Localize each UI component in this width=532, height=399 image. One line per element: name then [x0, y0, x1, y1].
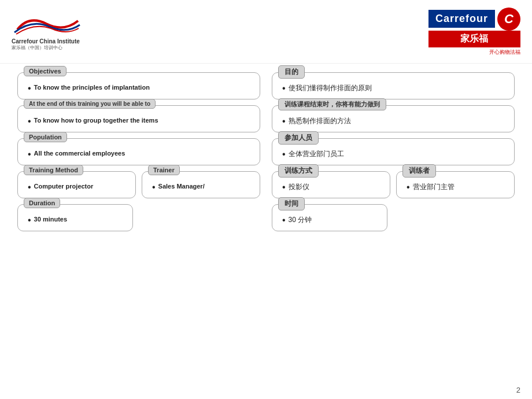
trainer-cn-item-1: 营业部门主管: [413, 182, 455, 192]
training-method-cn-content: • 投影仪: [279, 181, 383, 193]
training-method-label: Training Method: [24, 165, 83, 175]
trainer-content: • Sales Manager/: [149, 181, 253, 193]
list-item: • 使我们懂得制作排面的原则: [282, 82, 507, 94]
training-end-cn-label: 训练课程结束时，你将有能力做到: [278, 98, 386, 110]
duration-cn-item-1: 30 分钟: [289, 215, 312, 225]
logo-right: Carrefour C 家乐福 开心购物法福: [428, 8, 520, 56]
bullet-icon: •: [28, 183, 31, 192]
carrefour-c-icon: C: [497, 8, 520, 31]
bullet-icon: •: [282, 117, 286, 126]
training-end-section: At the end of this training you will be …: [17, 105, 260, 132]
duration-cn-section: 时间 • 30 分钟: [272, 204, 387, 231]
training-end-cn-content: • 熟悉制作排面的方法: [279, 115, 507, 127]
objectives-section: Objectives • To know the principles of i…: [17, 72, 260, 99]
duration-item-1: 30 minutes: [34, 215, 67, 224]
training-end-label: At the end of this training you will be …: [24, 99, 156, 109]
bullet-icon: •: [28, 117, 31, 126]
objectives-cn-content: • 使我们懂得制作排面的原则: [279, 82, 507, 94]
header: Carrefour China Institute 家乐福（中国）培训中心 Ca…: [0, 0, 532, 64]
duration-label: Duration: [24, 198, 60, 208]
objectives-label: Objectives: [24, 66, 66, 76]
training-end-cn-item-1: 熟悉制作排面的方法: [289, 116, 351, 126]
carrefour-top-row: Carrefour C: [428, 8, 520, 31]
bullet-icon: •: [28, 216, 31, 225]
population-cn-label: 参加人员: [278, 131, 319, 145]
list-item: • Computer projector: [28, 181, 128, 193]
method-trainer-row: Training Method • Computer projector Tra…: [17, 171, 260, 198]
bullet-icon: •: [28, 84, 31, 93]
institute-name-cn: 家乐福（中国）培训中心: [12, 45, 62, 51]
population-cn-section: 参加人员 • 全体营业部门员工: [272, 138, 515, 165]
bullet-icon: •: [152, 183, 156, 192]
list-item: • To know how to group together the item…: [28, 115, 253, 127]
bullet-icon: •: [282, 84, 286, 93]
institute-name: Carrefour China Institute: [12, 38, 80, 45]
objectives-content: • To know the principles of implantation: [25, 82, 253, 94]
carrefour-logo-icon: [12, 12, 81, 38]
list-item: • 30 分钟: [282, 214, 380, 226]
list-item: • 全体营业部门员工: [282, 148, 507, 160]
list-item: • 30 minutes: [28, 214, 125, 226]
bullet-icon: •: [28, 150, 31, 159]
objectives-cn-label: 目的: [278, 65, 305, 79]
list-item: • To know the principles of implantation: [28, 82, 253, 94]
training-method-cn-item-1: 投影仪: [289, 182, 309, 192]
page-number: 2: [516, 386, 520, 394]
trainer-item-1: Sales Manager/: [158, 182, 205, 191]
population-cn-content: • 全体营业部门员工: [279, 148, 507, 160]
trainer-section: Trainer • Sales Manager/: [142, 171, 260, 198]
logo-left: Carrefour China Institute 家乐福（中国）培训中心: [12, 12, 81, 51]
bullet-icon: •: [282, 183, 286, 192]
carrefour-brand-name: Carrefour: [428, 10, 495, 28]
bullet-icon: •: [282, 216, 286, 225]
method-trainer-cn-row: 训练方式 • 投影仪 训练者 • 营业部门主管: [272, 171, 515, 198]
duration-content: • 30 minutes: [25, 214, 125, 226]
main-content: Objectives • To know the principles of i…: [0, 64, 532, 385]
population-content: • All the commercial employees: [25, 148, 253, 160]
population-item-1: All the commercial employees: [34, 149, 125, 158]
duration-section: Duration • 30 minutes: [17, 204, 133, 231]
trainer-cn-section: 训练者 • 营业部门主管: [396, 171, 515, 198]
training-method-cn-section: 训练方式 • 投影仪: [272, 171, 390, 198]
carrefour-cn-name: 家乐福: [428, 31, 520, 47]
objectives-item-1: To know the principles of implantation: [34, 83, 150, 92]
objectives-cn-item-1: 使我们懂得制作排面的原则: [289, 83, 372, 93]
training-end-item-1: To know how to group together the items: [34, 116, 158, 125]
list-item: • 营业部门主管: [407, 181, 507, 193]
left-column: Objectives • To know the principles of i…: [17, 72, 260, 376]
trainer-cn-label: 训练者: [402, 164, 436, 178]
trainer-cn-content: • 营业部门主管: [404, 181, 507, 193]
list-item: • 熟悉制作排面的方法: [282, 115, 507, 127]
training-method-item-1: Computer projector: [34, 182, 94, 191]
training-end-content: • To know how to group together the item…: [25, 115, 253, 127]
training-method-cn-label: 训练方式: [278, 164, 319, 178]
list-item: • Sales Manager/: [152, 181, 253, 193]
objectives-cn-section: 目的 • 使我们懂得制作排面的原则: [272, 72, 515, 99]
duration-cn-content: • 30 分钟: [279, 214, 380, 226]
training-method-content: • Computer projector: [25, 181, 128, 193]
bullet-icon: •: [407, 183, 410, 192]
duration-cn-label: 时间: [278, 197, 305, 210]
carrefour-sub-text: 开心购物法福: [428, 49, 520, 56]
population-label: Population: [24, 132, 67, 142]
right-column: 目的 • 使我们懂得制作排面的原则 训练课程结束时，你将有能力做到 • 熟悉制作…: [272, 72, 515, 376]
bullet-icon: •: [282, 150, 286, 159]
training-method-section: Training Method • Computer projector: [17, 171, 136, 198]
trainer-label: Trainer: [148, 165, 180, 175]
list-item: • All the commercial employees: [28, 148, 253, 160]
training-end-cn-section: 训练课程结束时，你将有能力做到 • 熟悉制作排面的方法: [272, 105, 515, 132]
list-item: • 投影仪: [282, 181, 383, 193]
population-cn-item-1: 全体营业部门员工: [289, 149, 344, 159]
population-section: Population • All the commercial employee…: [17, 138, 260, 165]
